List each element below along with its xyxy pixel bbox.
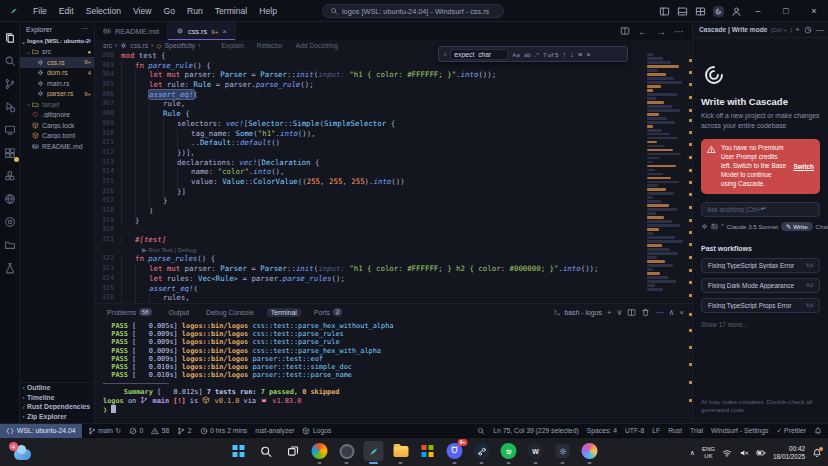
command-center-search[interactable]: logos [WSL: ubuntu-24.04] - Windsurf - c… [322, 4, 504, 18]
status-encoding[interactable]: UTF-8 [625, 427, 644, 434]
code-editor[interactable]: 280mod test {303fn parse_rule() {304let … [95, 51, 692, 303]
close-panel-icon[interactable]: × [679, 308, 684, 317]
tree-item-mainrs[interactable]: main.rs [20, 78, 94, 89]
terminal-title[interactable]: bash - logos [553, 308, 602, 316]
more-actions-icon[interactable]: ⋯ [674, 26, 684, 37]
status-language[interactable]: Rust [668, 427, 682, 434]
activity-components[interactable] [2, 168, 18, 184]
tree-item-Cargolock[interactable]: Cargo.lock [20, 120, 94, 131]
status-rust-analyzer[interactable]: rust-analyzer [255, 427, 294, 434]
maximize-button[interactable]: □ [772, 0, 800, 22]
tray-chevron-icon[interactable]: ∧ [690, 449, 695, 457]
kill-terminal-icon[interactable] [641, 308, 650, 317]
taskbar-search[interactable] [256, 441, 276, 461]
tree-item-domrs[interactable]: dom.rs4 [20, 68, 94, 79]
find-in-selection-icon[interactable]: ≡ [578, 50, 582, 59]
toggle-panel-icon[interactable] [677, 6, 688, 17]
status-settings[interactable]: Windsurf - Settings [711, 427, 768, 434]
taskbar-discord[interactable]: ᗜ9+ [445, 441, 465, 461]
taskbar-gallery[interactable] [580, 441, 600, 461]
tree-item-READMEmd[interactable]: README.md [20, 141, 94, 152]
menu-view[interactable]: View [127, 0, 157, 22]
activity-source-control[interactable] [2, 76, 18, 92]
back-icon[interactable]: ← [638, 26, 648, 37]
menu-run[interactable]: Run [181, 0, 209, 22]
status-zoom[interactable] [477, 427, 485, 435]
activity-search[interactable] [2, 53, 18, 69]
cascade-toggle-icon[interactable] [713, 6, 724, 17]
split-editor-icon[interactable] [620, 26, 630, 36]
explorer-more-icon[interactable]: ⋯ [81, 25, 88, 33]
forward-icon[interactable]: → [656, 26, 666, 37]
taskbar-wave[interactable]: W [526, 441, 546, 461]
split-terminal-icon[interactable] [627, 308, 636, 317]
match-case-icon[interactable]: Aa [512, 51, 520, 58]
panel-tab-problems[interactable]: Problems58 [103, 307, 156, 317]
panel-more-icon[interactable]: ⋯ [655, 308, 663, 317]
cascade-new-icon[interactable]: + [795, 26, 800, 34]
activity-testing[interactable] [2, 260, 18, 276]
activity-web[interactable] [2, 191, 18, 207]
menu-selection[interactable]: Selection [80, 0, 127, 22]
cascade-minimize-icon[interactable]: — [816, 26, 824, 34]
menu-go[interactable]: Go [158, 0, 181, 22]
model-name[interactable]: Claude 3.5 Sonnet [727, 223, 778, 230]
close-button[interactable]: × [800, 0, 828, 22]
activity-run-debug[interactable] [2, 99, 18, 115]
breadcrumb-item[interactable]: Specificity [165, 42, 196, 49]
taskbar-steam[interactable] [472, 441, 492, 461]
menu-terminal[interactable]: Terminal [209, 0, 253, 22]
panel-tab-ports[interactable]: Ports2 [310, 307, 346, 317]
find-close-icon[interactable]: × [586, 50, 590, 59]
taskbar-file-explorer[interactable] [391, 441, 411, 461]
find-prev-icon[interactable]: ↑ [562, 50, 566, 59]
menu-help[interactable]: Help [253, 0, 283, 22]
tree-item-parserrs[interactable]: parser.rs9+ [20, 89, 94, 100]
toggle-sidebar-icon[interactable] [659, 6, 670, 17]
new-terminal-icon[interactable]: + [607, 308, 612, 317]
whole-word-icon[interactable]: ab [524, 51, 531, 58]
section-rust-dependencies[interactable]: ›Rust Dependencies [20, 402, 94, 412]
panel-tab-debug-console[interactable]: Debug Console [202, 308, 258, 317]
section-zip-explorer[interactable]: ›Zip Explorer [20, 411, 94, 421]
section-outline[interactable]: ›Outline [20, 383, 94, 393]
tree-item-gitignore[interactable]: .gitignore [20, 110, 94, 121]
status-formatter[interactable]: ✓ Prettier [777, 427, 807, 435]
breadcrumb-item[interactable]: css.rs [130, 42, 148, 49]
activity-extensions[interactable] [2, 145, 18, 161]
workflow-item[interactable]: Fixing Dark Mode Appearance6d [701, 278, 820, 293]
maximize-panel-icon[interactable]: ∧ [668, 308, 674, 317]
tab-README-md[interactable]: README.md [95, 22, 168, 40]
status-notifications[interactable] [814, 427, 822, 435]
cascade-history-icon[interactable] [804, 26, 812, 34]
taskbar-store[interactable] [418, 441, 438, 461]
panel-tab-terminal[interactable]: Terminal [267, 308, 301, 317]
workflow-item[interactable]: Fixing TypeScript Syntax Error6d [701, 258, 820, 273]
tab-css-rs[interactable]: css.rs9+× [168, 22, 236, 40]
section-timeline[interactable]: ›Timeline [20, 392, 94, 402]
cascade-input[interactable]: Ask anything (Ctrl+L), @ to mention co ↵ [701, 202, 820, 217]
activity-docker[interactable] [2, 214, 18, 230]
terminal-dropdown-icon[interactable]: ∨ [617, 308, 623, 317]
account-icon[interactable] [731, 6, 742, 17]
status-indentation[interactable]: Spaces: 4 [587, 427, 617, 434]
image-attach-icon[interactable] [711, 223, 718, 230]
model-chevron-icon[interactable]: ^ [721, 223, 724, 229]
wifi-icon[interactable] [722, 448, 732, 458]
status-eol[interactable]: LF [652, 427, 660, 434]
lens-refactor[interactable]: Refactor [257, 42, 283, 49]
regex-icon[interactable]: .* [535, 51, 539, 58]
status-git-branch[interactable]: main↻ [88, 427, 121, 435]
widgets-button[interactable]: 4 [9, 442, 31, 462]
lens-add-docstring[interactable]: Add Docstring [295, 42, 338, 49]
chat-mode-toggle[interactable]: Chat [816, 223, 828, 230]
debug-codelens[interactable]: Debug [178, 246, 196, 253]
show-more-link[interactable]: Show 17 more... [701, 321, 820, 328]
status-remote[interactable]: WSL: ubuntu-24.04 [0, 424, 82, 438]
layout-grid-icon[interactable] [695, 6, 706, 17]
tree-item-src[interactable]: ⌄src● [20, 47, 94, 58]
find-expand-icon[interactable]: › [444, 51, 446, 58]
minimap[interactable] [647, 53, 687, 301]
tree-item-cssrs[interactable]: css.rs9+ [20, 57, 94, 68]
taskbar-windsurf[interactable] [364, 441, 384, 461]
